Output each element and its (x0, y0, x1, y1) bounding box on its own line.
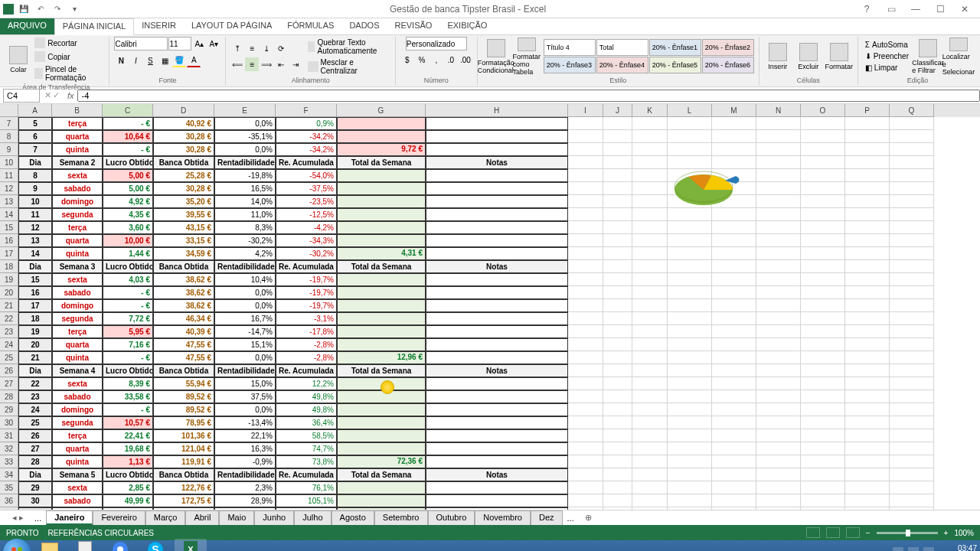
ribbon-tab-layout-da-página[interactable]: LAYOUT DA PÁGINA (184, 18, 279, 34)
cell[interactable] (756, 117, 801, 130)
cell[interactable]: 105,1% (276, 494, 337, 507)
cancel-fx-icon[interactable]: ✕ (44, 90, 51, 100)
cell[interactable] (603, 403, 632, 416)
col-header[interactable]: K (632, 104, 668, 117)
cell[interactable] (632, 455, 668, 468)
col-header[interactable]: E (214, 104, 276, 117)
row-header[interactable]: 34 (0, 468, 18, 481)
cell[interactable] (568, 429, 603, 442)
cell[interactable]: quarta (52, 234, 103, 247)
page-break-icon[interactable] (846, 527, 860, 538)
cell[interactable]: 0,0% (214, 143, 276, 156)
col-header[interactable]: A (18, 104, 52, 117)
cell[interactable] (890, 403, 934, 416)
row-header[interactable]: 26 (0, 364, 18, 377)
merge-button[interactable]: Mesclar e Centralizar (305, 57, 390, 76)
ribbon-tab-revisão[interactable]: REVISÃO (387, 18, 440, 34)
cell[interactable]: 5 (18, 117, 52, 130)
page-layout-icon[interactable] (826, 527, 840, 538)
cell[interactable]: quarta (52, 130, 103, 143)
cell[interactable] (845, 299, 890, 312)
cell[interactable] (426, 494, 568, 507)
cell[interactable] (801, 273, 845, 286)
row-header[interactable]: 7 (0, 117, 18, 130)
row-header[interactable]: 24 (0, 338, 18, 351)
cell[interactable] (845, 195, 890, 208)
cell[interactable]: 39,55 € (153, 208, 214, 221)
cell[interactable]: 9,72 € (337, 143, 426, 156)
clear-button[interactable]: ◧Limpar (863, 63, 911, 73)
cell[interactable] (845, 247, 890, 260)
accept-fx-icon[interactable]: ✓ (53, 90, 60, 100)
cell[interactable] (603, 364, 632, 377)
align-left-icon[interactable]: ⟸ (230, 57, 244, 71)
cell[interactable] (632, 468, 668, 481)
cell[interactable] (426, 143, 568, 156)
cell[interactable] (756, 299, 801, 312)
cell[interactable] (712, 247, 756, 260)
sheet-tab[interactable]: Abril (185, 510, 219, 525)
cell[interactable] (756, 286, 801, 299)
col-header[interactable]: D (153, 104, 214, 117)
cell[interactable] (890, 455, 934, 468)
cell[interactable]: 38,62 € (153, 273, 214, 286)
cell[interactable] (890, 429, 934, 442)
col-header[interactable]: F (276, 104, 337, 117)
cell[interactable] (632, 169, 668, 182)
cell[interactable] (712, 325, 756, 338)
cell[interactable] (668, 234, 712, 247)
cell[interactable] (801, 143, 845, 156)
cell[interactable] (568, 169, 603, 182)
cell[interactable] (801, 312, 845, 325)
cell[interactable]: 25,28 € (153, 169, 214, 182)
cell[interactable]: segunda (52, 208, 103, 221)
cell[interactable] (632, 377, 668, 390)
header-cell[interactable]: Rentadibilidade (214, 156, 276, 169)
header-cell[interactable]: Dia (18, 468, 52, 481)
header-cell[interactable]: Notas (426, 156, 568, 169)
cell[interactable] (756, 494, 801, 507)
style-cell[interactable]: 20% - Ênfase2 (702, 39, 754, 56)
cell[interactable] (756, 247, 801, 260)
cell[interactable]: 172,75 € (153, 507, 214, 510)
header-cell[interactable]: Total da Semana (337, 468, 426, 481)
cell[interactable] (603, 507, 632, 510)
row-header[interactable]: 35 (0, 481, 18, 494)
row-header[interactable]: 12 (0, 182, 18, 195)
cell[interactable]: 52,84 € (337, 507, 426, 510)
cell[interactable] (426, 403, 568, 416)
cell[interactable] (603, 455, 632, 468)
cell[interactable]: domingo (52, 403, 103, 416)
header-cell[interactable]: Banca Obtida (153, 364, 214, 377)
cell[interactable]: 2,85 € (103, 481, 153, 494)
col-header[interactable]: P (845, 104, 890, 117)
cell[interactable] (845, 377, 890, 390)
sheets-more-right[interactable]: ... (563, 514, 579, 523)
cell[interactable]: 27 (18, 442, 52, 455)
cell[interactable] (603, 299, 632, 312)
cell[interactable] (568, 403, 603, 416)
cell[interactable] (801, 442, 845, 455)
bold-button[interactable]: N (114, 54, 128, 67)
cell[interactable] (801, 182, 845, 195)
cell[interactable] (668, 429, 712, 442)
zoom-out-icon[interactable]: − (866, 529, 871, 537)
row-header[interactable]: 33 (0, 455, 18, 468)
cell[interactable]: 20 (18, 338, 52, 351)
cell[interactable] (632, 221, 668, 234)
qat-dropdown-icon[interactable]: ▾ (67, 2, 81, 16)
cell[interactable]: 0,0% (214, 507, 276, 510)
cell[interactable] (568, 364, 603, 377)
col-header[interactable]: G (337, 104, 426, 117)
cell[interactable] (632, 195, 668, 208)
comma-icon[interactable]: , (430, 53, 443, 67)
cell[interactable]: 0,9% (276, 117, 337, 130)
align-middle-icon[interactable]: ≡ (245, 41, 259, 55)
cell[interactable]: -19,8% (214, 169, 276, 182)
row-header[interactable]: 18 (0, 260, 18, 273)
cell[interactable] (632, 286, 668, 299)
cell[interactable] (603, 117, 632, 130)
cell[interactable] (890, 325, 934, 338)
cell[interactable]: -4,2% (276, 221, 337, 234)
cell[interactable] (845, 481, 890, 494)
